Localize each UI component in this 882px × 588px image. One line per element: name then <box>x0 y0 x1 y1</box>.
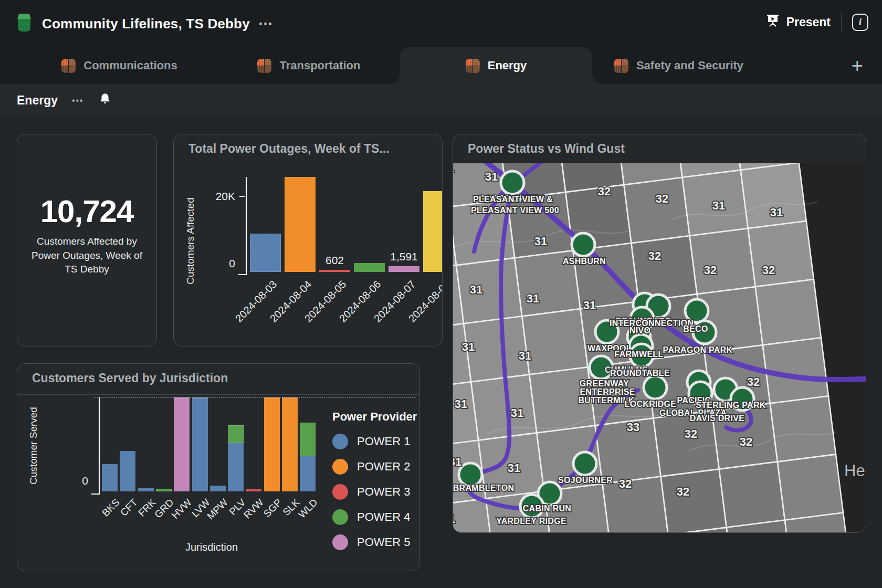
grid-cell <box>778 454 843 520</box>
wind-gust-value: 31 <box>534 235 547 248</box>
legend-swatch <box>332 459 348 475</box>
segment-HVW-power5[interactable] <box>174 397 190 491</box>
x-tick-label: 2024-08-04 <box>249 278 313 342</box>
legend-item-power-3: POWER 3 <box>332 484 410 500</box>
present-button[interactable]: Present <box>765 13 831 31</box>
station-label: PLEASANT VIEW & <box>473 195 553 204</box>
present-icon <box>765 13 780 31</box>
tab-energy[interactable]: Energy <box>400 47 592 84</box>
power-station-marker[interactable] <box>501 171 524 194</box>
segment-LVW-power1[interactable] <box>192 397 208 491</box>
grid-cell <box>661 469 727 533</box>
tab-label: Safety and Security <box>636 59 743 72</box>
notification-bell-icon[interactable] <box>98 92 112 108</box>
power-station-marker[interactable] <box>644 376 667 399</box>
y-axis-foot <box>91 494 99 495</box>
grid-cell <box>770 396 836 461</box>
tab-label: Transportation <box>279 59 360 72</box>
dashboard-tab-icon <box>614 59 628 73</box>
y-axis-tick <box>239 196 245 197</box>
legend-swatch <box>332 484 348 500</box>
bar-chart-body: Customers Affected20K06021,5912024-08-03… <box>174 134 442 346</box>
x-tick-label: 2024-08-07 <box>353 278 417 342</box>
power-station-marker[interactable] <box>573 452 596 475</box>
wind-gust-value: 32 <box>677 485 689 498</box>
bar-2024-08-03[interactable] <box>250 234 281 272</box>
header-overflow-menu-icon[interactable]: ⋯ <box>258 18 274 29</box>
bar-2024-08-06[interactable] <box>354 263 385 272</box>
bar-chart-card: Total Power Outages, Week of TS... Custo… <box>173 134 443 346</box>
station-label: ENTERPRISE <box>580 387 635 396</box>
legend-label: POWER 2 <box>357 460 410 474</box>
dashboard-tab-icon <box>466 59 480 73</box>
wind-gust-value: 33 <box>627 421 639 434</box>
power-station-marker[interactable] <box>572 233 595 256</box>
stacked-chart-body: Customer Served0BKSCFTFRKGRDHVWLVWMPWPLV… <box>17 364 419 571</box>
map-title: Power Status vs Wind Gust <box>468 142 855 156</box>
grid-cell <box>603 477 668 533</box>
segment-BKS-power1[interactable] <box>102 464 118 491</box>
stacked-chart-card: Customers Served by Jurisdiction Custome… <box>17 363 420 571</box>
wind-gust-value: 32 <box>598 185 611 198</box>
legend-label: POWER 5 <box>357 536 410 549</box>
wind-gust-value: 32 <box>685 427 697 440</box>
segment-WLD-power1[interactable] <box>300 456 316 491</box>
tab-safety-and-security[interactable]: Safety and Security <box>592 47 765 84</box>
wind-gust-value: 32 <box>656 192 668 205</box>
tab-transportation[interactable]: Transportation <box>218 47 400 84</box>
indicator-label: Customers Affected by Power Outages, Wee… <box>25 235 149 277</box>
segment-PLV-power4[interactable] <box>228 425 244 443</box>
legend-title: Power Provider <box>332 410 417 424</box>
top-header-bar: Community Lifelines, TS Debby ⋯ Present … <box>0 0 882 47</box>
legend-item-power-4: POWER 4 <box>332 509 410 525</box>
map-canvas[interactable]: GOOSE CREEKPLEASANT VIEW &PLEASANT VIEW … <box>453 163 866 532</box>
wind-gust-value: 31 <box>453 512 455 526</box>
subheader: Energy ⋯ <box>0 84 882 117</box>
segment-SLK-power2[interactable] <box>282 397 298 491</box>
legend-item-power-5: POWER 5 <box>332 534 410 550</box>
dashboard-tab-icon <box>61 59 76 73</box>
segment-WLD-power4[interactable] <box>300 423 316 456</box>
add-tab-button[interactable]: + <box>852 56 863 76</box>
legend-swatch <box>332 434 348 449</box>
legend-item-power-2: POWER 2 <box>332 459 410 475</box>
bar-2024-08-08[interactable] <box>423 191 443 272</box>
segment-SGP-power2[interactable] <box>264 397 280 491</box>
tab-communications[interactable]: Communications <box>21 47 218 84</box>
wind-gust-value: 31 <box>770 206 783 219</box>
wind-gust-value: 31 <box>470 283 482 296</box>
station-label: LOCKRIDGE <box>625 400 677 408</box>
y-axis-foot <box>238 274 246 275</box>
y-axis-title: Customers Affected <box>185 183 196 299</box>
station-label: NIVO <box>629 326 650 335</box>
tab-label: Energy <box>488 59 527 72</box>
bar-2024-08-05[interactable] <box>319 270 350 272</box>
info-button[interactable]: i <box>852 14 868 31</box>
wind-gust-grid <box>453 163 864 533</box>
subheader-overflow-menu-icon[interactable]: ⋯ <box>71 95 85 106</box>
bar-2024-08-07[interactable] <box>388 266 419 272</box>
segment-PLV-power1[interactable] <box>228 443 244 491</box>
x-tick-label: 2024-08-06 <box>319 278 383 342</box>
grid-cell <box>632 236 697 301</box>
station-label: CABIN RUN <box>523 504 571 513</box>
station-label: YARDLEY RIDGE <box>496 517 566 526</box>
wind-gust-map[interactable]: GOOSE CREEKPLEASANT VIEW &PLEASANT VIEW … <box>453 163 866 533</box>
wind-gust-value: 32 <box>762 264 775 277</box>
power-station-marker[interactable] <box>459 463 482 486</box>
wind-gust-value: 31 <box>455 397 467 411</box>
station-label: PARAGON PARK <box>663 345 733 354</box>
grid-cell <box>522 309 587 374</box>
segment-GRD-power4[interactable] <box>156 489 172 491</box>
wind-gust-value: 31 <box>511 406 523 419</box>
place-label: Herndon <box>844 461 866 480</box>
station-label: DAVIS DRIVE <box>690 414 744 423</box>
segment-MPW-power1[interactable] <box>210 486 226 491</box>
segment-FRK-power1[interactable] <box>138 488 154 491</box>
dashboard-tab-icon <box>257 59 271 73</box>
grid-cell <box>719 462 785 528</box>
segment-RVW-power3[interactable] <box>246 489 261 491</box>
bar-data-label: 1,591 <box>379 250 429 263</box>
segment-CFT-power1[interactable] <box>120 451 135 491</box>
subheader-title: Energy <box>17 93 58 108</box>
